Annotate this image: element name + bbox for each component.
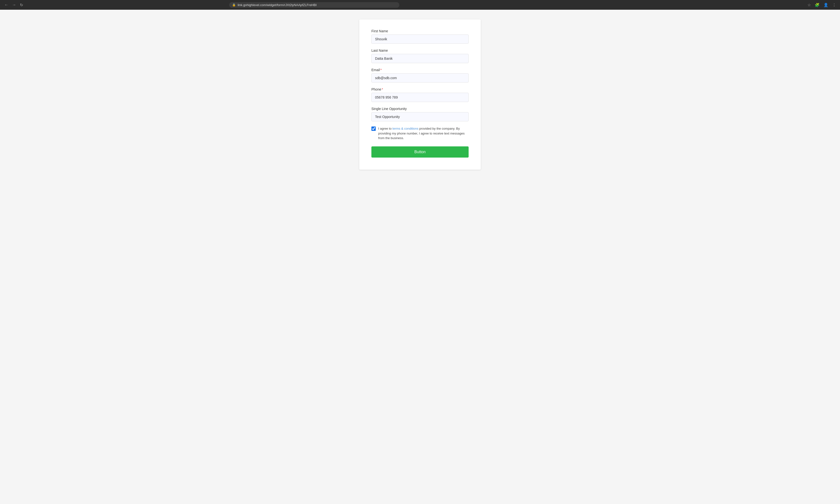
menu-button[interactable]: ⋮: [831, 2, 837, 8]
browser-chrome: ← → ↻ 🔒 link.gohighlevel.com/widget/form…: [0, 0, 840, 10]
submit-button[interactable]: Button: [372, 146, 468, 158]
terms-container: I agree to terms & conditions provided b…: [372, 126, 468, 141]
phone-group: Phone*: [372, 87, 468, 102]
bookmark-button[interactable]: ☆: [806, 2, 812, 8]
opportunity-group: Single Line Opportunity: [372, 107, 468, 121]
back-button[interactable]: ←: [3, 2, 10, 8]
security-icon: 🔒: [232, 3, 236, 6]
email-group: Email*: [372, 68, 468, 83]
reload-button[interactable]: ↻: [18, 2, 24, 8]
opportunity-input[interactable]: [372, 112, 468, 121]
last-name-label: Last Name: [372, 49, 468, 52]
url-text: link.gohighlevel.com/widget/form/rJXt2ly…: [238, 3, 396, 7]
email-label: Email*: [372, 68, 468, 72]
email-input[interactable]: [372, 73, 468, 83]
extensions-button[interactable]: 🧩: [814, 2, 821, 8]
terms-checkbox[interactable]: [372, 126, 376, 131]
terms-link[interactable]: terms & conditions: [393, 127, 418, 130]
opportunity-label: Single Line Opportunity: [372, 107, 468, 111]
phone-input[interactable]: [372, 93, 468, 102]
profile-button[interactable]: 👤: [823, 2, 829, 8]
terms-text: I agree to terms & conditions provided b…: [378, 126, 468, 141]
forward-button[interactable]: →: [11, 2, 17, 8]
browser-actions: ☆ 🧩 👤 ⋮: [806, 2, 837, 8]
address-bar[interactable]: 🔒 link.gohighlevel.com/widget/form/rJXt2…: [229, 2, 399, 8]
last-name-group: Last Name: [372, 49, 468, 63]
phone-label: Phone*: [372, 87, 468, 91]
page-content: First Name Last Name Email* Phone* Singl…: [0, 10, 840, 504]
first-name-input[interactable]: [372, 35, 468, 44]
first-name-label: First Name: [372, 29, 468, 33]
last-name-input[interactable]: [372, 54, 468, 63]
form-card: First Name Last Name Email* Phone* Singl…: [359, 19, 481, 170]
nav-buttons: ← → ↻: [3, 2, 24, 8]
first-name-group: First Name: [372, 29, 468, 44]
